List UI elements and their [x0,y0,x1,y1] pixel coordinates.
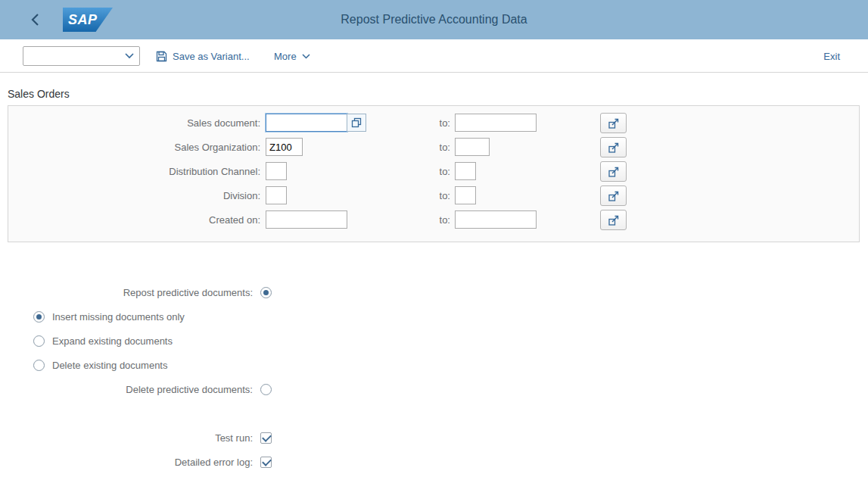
created-on-input[interactable] [266,210,347,229]
chevron-down-icon [302,54,310,59]
multi-selection-icon [608,214,620,226]
distribution-channel-to-input[interactable] [455,162,476,180]
division-label: Division: [8,190,260,201]
sales-document-label: Sales document: [8,117,260,129]
repost-predictive-documents-label: Repost predictive documents: [8,287,253,298]
multi-selection-button[interactable] [600,186,627,206]
form-row-division: Division: to: [8,183,845,207]
delete-existing-documents-radio[interactable] [33,360,45,371]
to-label: to: [420,117,450,129]
distribution-channel-label: Distribution Channel: [8,166,260,177]
sales-organization-input[interactable] [266,138,303,156]
more-button[interactable]: More [274,46,310,66]
detailed-error-log-label: Detailed error log: [8,457,253,468]
delete-predictive-documents-label: Delete predictive documents: [8,384,253,395]
multi-selection-icon [608,117,620,129]
form-row-distribution-channel: Distribution Channel: to: [8,159,845,183]
section-title-sales-orders: Sales Orders [8,88,70,100]
created-on-to-input[interactable] [455,210,537,229]
to-label: to: [420,166,450,177]
checkbox-row-detailed-error-log: Detailed error log: [8,450,860,474]
multi-selection-icon [608,142,620,154]
save-as-variant-label: Save as Variant... [173,51,250,62]
sales-document-to-input[interactable] [455,114,537,132]
variant-combobox[interactable] [23,46,140,66]
multi-selection-button[interactable] [600,210,627,230]
to-label: to: [420,214,450,226]
test-run-checkbox[interactable] [260,432,272,444]
sales-organization-label: Sales Organization: [8,142,260,153]
expand-existing-documents-label: Expand existing documents [52,335,173,347]
sales-document-input[interactable] [266,114,347,132]
to-label: to: [420,190,450,201]
division-to-input[interactable] [455,186,476,204]
value-help-icon [351,117,362,128]
distribution-channel-input[interactable] [266,162,287,180]
form-row-sales-organization: Sales Organization: to: [8,135,845,159]
page-title: Repost Predictive Accounting Data [0,0,868,39]
save-as-variant-button[interactable]: Save as Variant... [156,46,250,66]
option-row-delete-predictive: Delete predictive documents: [8,377,860,401]
form-row-sales-document: Sales document: to: [8,111,845,135]
insert-missing-documents-label: Insert missing documents only [52,311,185,323]
insert-missing-documents-radio[interactable] [33,311,45,323]
application-toolbar: Save as Variant... More Exit [0,39,868,73]
option-row-insert-missing: Insert missing documents only [8,304,860,329]
chevron-down-icon [125,53,134,59]
detailed-error-log-checkbox[interactable] [260,457,272,468]
multi-selection-icon [608,166,620,178]
multi-selection-button[interactable] [600,137,627,157]
exit-label: Exit [823,51,840,62]
test-run-label: Test run: [8,432,253,444]
multi-selection-button[interactable] [600,113,627,133]
sales-organization-to-input[interactable] [455,138,490,156]
delete-predictive-documents-radio[interactable] [260,384,272,395]
save-floppy-icon [156,51,167,62]
back-button[interactable] [21,0,48,39]
created-on-label: Created on: [8,214,260,226]
delete-existing-documents-label: Delete existing documents [52,360,167,371]
multi-selection-button[interactable] [600,161,627,182]
sap-gui-window: SAP Repost Predictive Accounting Data Sa… [0,0,868,477]
option-row-delete-existing: Delete existing documents [8,353,860,377]
option-row-expand-existing: Expand existing documents [8,329,860,353]
exit-button[interactable]: Exit [823,46,840,66]
multi-selection-icon [608,190,620,202]
more-label: More [274,51,297,62]
value-help-button[interactable] [347,114,366,132]
checkbox-row-test-run: Test run: [8,426,860,450]
to-label: to: [420,142,450,153]
division-input[interactable] [266,186,287,204]
repost-predictive-documents-radio[interactable] [260,287,272,298]
sap-logo: SAP [63,8,113,32]
chevron-left-icon [31,13,39,26]
option-row-repost: Repost predictive documents: [8,280,860,304]
form-row-created-on: Created on: to: [8,207,845,232]
shell-header: SAP Repost Predictive Accounting Data [0,0,868,39]
expand-existing-documents-radio[interactable] [33,335,45,347]
